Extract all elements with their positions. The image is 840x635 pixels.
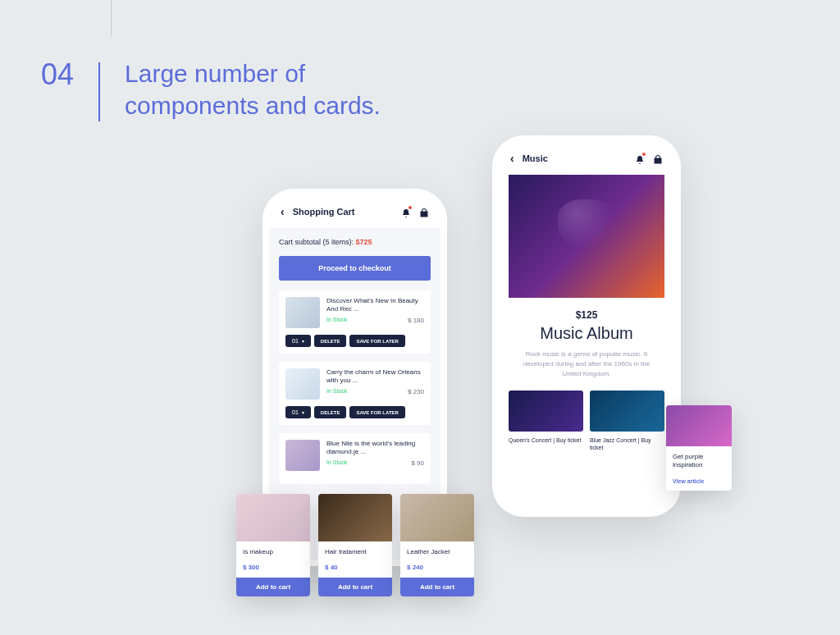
cart-header-icons <box>401 207 429 217</box>
qty-selector[interactable]: 01▾ <box>285 335 311 347</box>
divider-line <box>98 62 100 121</box>
product-card: Is makeup $ 300 Add to cart <box>236 494 310 596</box>
concert-card[interactable]: Blue Jazz Concert | Buy ticket <box>590 391 664 451</box>
article-image <box>666 405 732 446</box>
concert-card[interactable]: Queen's Concert | Buy ticket <box>509 391 583 451</box>
music-body: $125 Music Album Rock music is a genre o… <box>499 175 674 451</box>
product-price: $ 240 <box>407 564 468 571</box>
album-description: Rock music is a genre of popular music. … <box>499 343 674 391</box>
subtotal-line: Cart subtotal (5 items): $725 <box>279 238 431 246</box>
save-later-button[interactable]: SAVE FOR LATER <box>349 406 404 418</box>
product-card: Hair tratament $ 40 Add to cart <box>318 494 392 596</box>
cart-item-price: $ 180 <box>408 317 424 324</box>
phone-music-screen: ‹ Music $125 Music Album Rock music is a… <box>499 142 674 510</box>
qty-selector[interactable]: 01▾ <box>285 406 311 418</box>
cart-body: Cart subtotal (5 items): $725 Proceed to… <box>269 228 441 502</box>
back-icon[interactable]: ‹ <box>281 205 285 218</box>
tick-line <box>111 0 112 37</box>
product-price: $ 300 <box>243 564 304 571</box>
product-title: Hair tratament <box>325 548 386 555</box>
bell-icon[interactable] <box>401 207 411 217</box>
back-icon[interactable]: ‹ <box>510 152 514 165</box>
delete-button[interactable]: DELETE <box>314 406 347 418</box>
product-image <box>400 494 474 541</box>
bag-icon[interactable] <box>653 153 663 163</box>
cart-app-header: ‹ Shopping Cart <box>269 195 441 228</box>
concert-label: Queen's Concert | Buy ticket <box>509 436 583 444</box>
section-header: 04 Large number of components and cards. <box>41 57 381 121</box>
phone-music: ‹ Music $125 Music Album Rock music is a… <box>492 135 681 517</box>
cart-item-price: $ 90 <box>411 459 424 467</box>
cart-title: Shopping Cart <box>293 207 355 217</box>
checkout-button[interactable]: Proceed to checkout <box>279 256 431 281</box>
article-title: Get purple inspiration <box>673 453 725 470</box>
subtotal-prefix: Cart subtotal (5 items): <box>279 238 356 246</box>
add-to-cart-button[interactable]: Add to cart <box>318 578 392 596</box>
section-number: 04 <box>41 57 74 92</box>
in-stock-label: In Stock <box>326 459 347 467</box>
product-price: $ 40 <box>325 564 386 571</box>
qty-value: 01 <box>292 338 299 344</box>
in-stock-label: In Stock <box>326 317 347 324</box>
cart-item-image <box>285 297 320 328</box>
product-title: Is makeup <box>243 548 304 555</box>
cart-item: Blue Nile is the world's leading diamond… <box>279 433 431 484</box>
article-card[interactable]: Get purple inspiration View article <box>666 405 732 491</box>
notification-dot <box>642 153 646 156</box>
notification-dot <box>409 206 412 209</box>
concert-image <box>590 391 664 432</box>
add-to-cart-button[interactable]: Add to cart <box>400 578 474 596</box>
cart-item: Discover What's New In Beauty And Rec ..… <box>279 290 431 354</box>
in-stock-label: In Stock <box>326 388 347 395</box>
product-image <box>318 494 392 541</box>
cart-item-price: $ 230 <box>408 388 424 395</box>
concert-row: Queen's Concert | Buy ticket Blue Jazz C… <box>499 391 674 451</box>
title-line1: Large number of <box>125 60 305 87</box>
title-line2: components and cards. <box>125 92 381 119</box>
bell-icon[interactable] <box>635 153 645 163</box>
cart-header-left: ‹ Shopping Cart <box>281 205 354 218</box>
save-later-button[interactable]: SAVE FOR LATER <box>349 335 404 347</box>
view-article-link[interactable]: View article <box>673 478 725 484</box>
cart-item-image <box>285 440 320 471</box>
subtotal-price: $725 <box>356 238 372 246</box>
product-title: Leather Jacket <box>407 548 468 555</box>
album-hero-image <box>509 175 664 298</box>
product-cards-row: Is makeup $ 300 Add to cart Hair tratame… <box>236 494 474 596</box>
concert-label: Blue Jazz Concert | Buy ticket <box>590 436 664 451</box>
music-title: Music <box>523 153 548 163</box>
music-header-left: ‹ Music <box>510 152 548 165</box>
section-title: Large number of components and cards. <box>125 57 381 121</box>
cart-item-title: Discover What's New In Beauty And Rec ..… <box>326 297 424 314</box>
concert-image <box>509 391 583 432</box>
delete-button[interactable]: DELETE <box>314 335 347 347</box>
chevron-down-icon: ▾ <box>302 338 304 344</box>
product-image <box>236 494 310 541</box>
cart-item: Carry the charm of New Orleans with you … <box>279 362 431 425</box>
bag-icon[interactable] <box>419 207 429 217</box>
album-price: $125 <box>499 309 674 321</box>
chevron-down-icon: ▾ <box>302 409 304 415</box>
cart-item-title: Carry the charm of New Orleans with you … <box>326 368 424 386</box>
cart-item-title: Blue Nile is the world's leading diamond… <box>326 440 424 457</box>
product-card: Leather Jacket $ 240 Add to cart <box>400 494 474 596</box>
add-to-cart-button[interactable]: Add to cart <box>236 578 310 596</box>
music-app-header: ‹ Music <box>499 142 674 175</box>
qty-value: 01 <box>292 409 299 415</box>
music-header-icons <box>635 153 663 163</box>
cart-item-image <box>285 368 320 400</box>
album-title: Music Album <box>499 324 674 343</box>
